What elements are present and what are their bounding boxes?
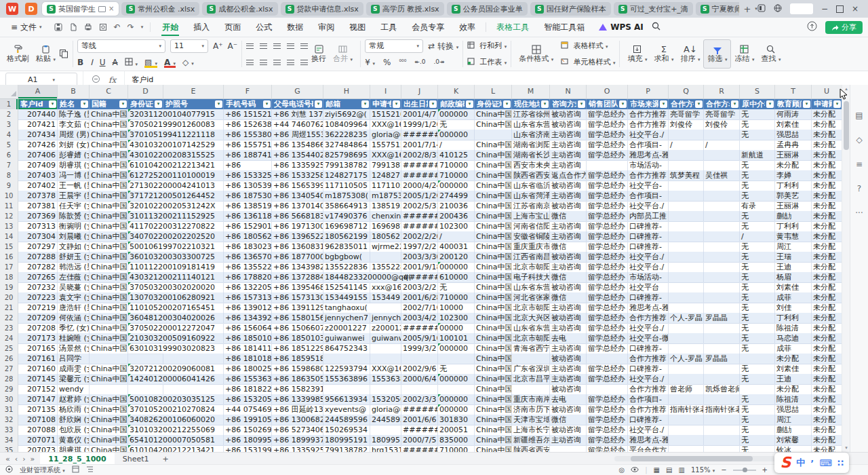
- cell[interactable]: [401, 354, 438, 364]
- copy-icon[interactable]: [59, 49, 68, 60]
- cell[interactable]: 刘俊伶: [704, 119, 740, 130]
- row-number[interactable]: 12: [0, 211, 18, 222]
- cell[interactable]: 未分配: [775, 160, 812, 171]
- font-color-button[interactable]: A ▾: [164, 58, 176, 66]
- cell[interactable]: 207161: [18, 354, 58, 364]
- cell[interactable]: 个人-罗晶: [669, 354, 704, 364]
- help-icon[interactable]: ?: [857, 184, 861, 193]
- cell[interactable]: +86 18501030: [224, 333, 272, 344]
- column-filter-button[interactable]: ▾: [49, 100, 56, 108]
- cell[interactable]: +86 18101832: [224, 354, 272, 364]
- row-number[interactable]: 17: [0, 262, 18, 273]
- row-number[interactable]: 30: [0, 394, 18, 405]
- cell[interactable]: +86 1354402198: [272, 150, 323, 161]
- cell[interactable]: 207402: [18, 180, 58, 191]
- cell[interactable]: 微信: [550, 292, 587, 303]
- cell[interactable]: 蒯劼: [775, 425, 812, 436]
- cell[interactable]: +86 田延岭1395: [272, 404, 323, 415]
- cell[interactable]: 207165: [18, 343, 58, 354]
- cell[interactable]: 151521001: [370, 109, 401, 120]
- cell[interactable]: 2001/6/6: [401, 415, 438, 425]
- cell[interactable]: [669, 323, 704, 334]
- bold-button[interactable]: B: [77, 58, 83, 66]
- cell[interactable]: 山东省东营: [512, 119, 550, 130]
- cell[interactable]: 冯一博 (男: [58, 170, 90, 181]
- document-tab[interactable]: S公务员国企事业单: [447, 2, 528, 16]
- cell[interactable]: China中国: [475, 404, 512, 415]
- cell[interactable]: [669, 343, 704, 354]
- cell[interactable]: 社交平台./: [628, 130, 669, 140]
- cell[interactable]: 刘素佳: [775, 119, 812, 130]
- cell[interactable]: 未分配: [812, 262, 842, 273]
- cell[interactable]: 无: [740, 435, 775, 446]
- cell[interactable]: [704, 201, 740, 212]
- cell[interactable]: 强思喆: [775, 130, 812, 140]
- header-cell[interactable]: 原中介机▾: [740, 99, 775, 110]
- column-header-E[interactable]: E: [163, 85, 224, 98]
- cell[interactable]: China中国: [475, 201, 512, 212]
- cell[interactable]: [323, 354, 370, 364]
- cell[interactable]: +86 1859518772: [272, 354, 323, 364]
- cell[interactable]: 未分配: [812, 130, 842, 140]
- cell[interactable]: +86 19910568: [224, 415, 272, 425]
- cell[interactable]: [370, 343, 401, 354]
- cell[interactable]: +86 18099519: [224, 435, 272, 446]
- row-number[interactable]: 23: [0, 323, 18, 334]
- cell[interactable]: 301830: [438, 415, 475, 425]
- cell[interactable]: China中国: [90, 109, 128, 120]
- cell[interactable]: [401, 384, 438, 395]
- cell[interactable]: 留学总经办: [587, 425, 628, 436]
- cell[interactable]: 上海市宝山: [512, 211, 550, 222]
- document-tab[interactable]: S国任财产保险样本: [530, 2, 611, 16]
- cell[interactable]: +44 7460762888: [272, 119, 323, 130]
- cell[interactable]: XXX@163.(: [370, 119, 401, 130]
- cell[interactable]: 无: [438, 364, 475, 375]
- row-number[interactable]: 9: [0, 180, 18, 191]
- cell[interactable]: 000000: [438, 404, 475, 415]
- cell[interactable]: 未分配: [812, 170, 842, 181]
- cell[interactable]: 207434: [18, 130, 58, 140]
- cell[interactable]: 未分配: [812, 211, 842, 222]
- cell[interactable]: 207313: [18, 221, 58, 232]
- cell[interactable]: 雅思考点-雅: [628, 303, 669, 314]
- justify-icon[interactable]: [287, 60, 294, 65]
- zoom-formula-icon[interactable]: [92, 75, 100, 86]
- cell[interactable]: 左佳薇 (女: [58, 272, 90, 283]
- sort-button[interactable]: A↓ 排序 ▾: [677, 39, 703, 69]
- document-tab[interactable]: S贷款申请信息.xlsx: [281, 2, 363, 16]
- cell[interactable]: 周煜 (男): [58, 130, 90, 140]
- cell[interactable]: [512, 384, 550, 395]
- cell[interactable]: 桂婉唯 (女: [58, 333, 90, 344]
- cell[interactable]: [704, 262, 740, 273]
- cell[interactable]: /: [438, 140, 475, 151]
- cell[interactable]: 无: [740, 404, 775, 415]
- cell[interactable]: 陕西省西安: [512, 170, 550, 181]
- cell[interactable]: [550, 445, 587, 452]
- cell[interactable]: 102300: [438, 221, 475, 232]
- first-sheet-icon[interactable]: «: [5, 455, 10, 463]
- cell[interactable]: 无: [740, 170, 775, 181]
- cell[interactable]: [669, 221, 704, 232]
- outline-icon[interactable]: [86, 466, 94, 474]
- cell[interactable]: 主动咨询: [550, 221, 587, 232]
- cell[interactable]: 任天宇 (女: [58, 201, 90, 212]
- cell[interactable]: 李文茹 (女: [58, 119, 90, 130]
- cell[interactable]: 370502199901260083: [128, 119, 163, 130]
- cell[interactable]: China中国: [475, 384, 512, 395]
- cell[interactable]: +86 1339985047: [272, 394, 323, 405]
- cell[interactable]: 王晨宇 (男: [58, 191, 90, 202]
- row-number[interactable]: 6: [0, 150, 18, 161]
- header-cell[interactable]: 身份证号▾: [128, 99, 163, 110]
- cell[interactable]: 无: [740, 191, 775, 202]
- cell[interactable]: 留学总经办: [587, 272, 628, 283]
- cell[interactable]: [669, 150, 704, 161]
- cell[interactable]: +44 07546918: [224, 404, 272, 415]
- cell[interactable]: 962835011: [323, 242, 370, 252]
- cell[interactable]: 210036: [438, 201, 475, 212]
- cell[interactable]: ########: [401, 211, 438, 222]
- cell[interactable]: China中国: [475, 364, 512, 375]
- cell[interactable]: 无: [740, 130, 775, 140]
- cell[interactable]: 留学总经办: [587, 140, 628, 151]
- cell[interactable]: 未分配: [812, 323, 842, 334]
- cell[interactable]: +86 15319918: [224, 445, 272, 452]
